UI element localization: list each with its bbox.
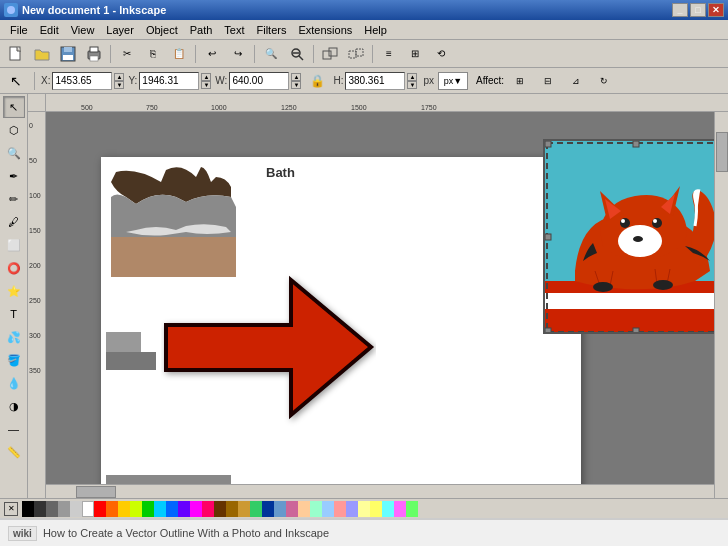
color-orange[interactable] [106,501,118,517]
menu-file[interactable]: File [4,22,34,38]
color-silver[interactable] [70,501,82,517]
color-black[interactable] [22,501,34,517]
text-tool[interactable]: T [3,303,25,325]
color-gold[interactable] [238,501,250,517]
color-blue[interactable] [166,501,178,517]
right-scrollbar[interactable] [714,112,728,498]
color-gray[interactable] [46,501,58,517]
color-steel[interactable] [274,501,286,517]
paste-button[interactable]: 📋 [167,43,191,65]
save-button[interactable] [56,43,80,65]
color-magenta[interactable] [190,501,202,517]
group-button[interactable] [318,43,342,65]
x-input[interactable] [52,72,112,90]
color-darkgray[interactable] [34,501,46,517]
unit-dropdown[interactable]: px▼ [438,72,468,90]
cut-button[interactable]: ✂ [115,43,139,65]
close-button[interactable]: ✕ [708,3,724,17]
color-orchid[interactable] [394,501,406,517]
affect-pos[interactable]: ⊞ [508,70,532,92]
color-cream[interactable] [358,501,370,517]
color-mint[interactable] [310,501,322,517]
y-up[interactable]: ▲ [201,73,211,81]
color-purple[interactable] [178,501,190,517]
transform-button[interactable]: ⟲ [429,43,453,65]
color-sky[interactable] [322,501,334,517]
canvas-area[interactable]: 500 750 1000 1250 1500 1750 0 50 100 150… [28,94,728,498]
menu-view[interactable]: View [65,22,101,38]
minimize-button[interactable]: _ [672,3,688,17]
color-lime[interactable] [130,501,142,517]
undo-button[interactable]: ↩ [200,43,224,65]
color-white[interactable] [82,501,94,517]
affect-rotation[interactable]: ↻ [592,70,616,92]
star-tool[interactable]: ⭐ [3,280,25,302]
lock-ratio-button[interactable]: 🔒 [305,70,329,92]
color-cyan[interactable] [154,501,166,517]
print-button[interactable] [82,43,106,65]
redo-button[interactable]: ↪ [226,43,250,65]
color-lightcyan[interactable] [382,501,394,517]
select-tool-indicator[interactable]: ↖ [4,70,28,92]
bottom-scrollbar[interactable] [46,484,714,498]
color-pink[interactable] [202,501,214,517]
color-green[interactable] [142,501,154,517]
color-brown[interactable] [214,501,226,517]
select-tool[interactable]: ↖ [3,96,25,118]
pen-tool[interactable]: ✒ [3,165,25,187]
w-up[interactable]: ▲ [291,73,301,81]
node-tool[interactable]: ⬡ [3,119,25,141]
affect-size[interactable]: ⊟ [536,70,560,92]
y-down[interactable]: ▼ [201,81,211,89]
open-button[interactable] [30,43,54,65]
x-up[interactable]: ▲ [114,73,124,81]
color-lavender[interactable] [346,501,358,517]
color-tan[interactable] [226,501,238,517]
pencil-tool[interactable]: ✏ [3,188,25,210]
dropper-tool[interactable]: 💧 [3,372,25,394]
fill-tool[interactable]: 🪣 [3,349,25,371]
w-input[interactable] [229,72,289,90]
gradient-tool[interactable]: ◑ [3,395,25,417]
color-lightyellow[interactable] [370,501,382,517]
distribute-button[interactable]: ⊞ [403,43,427,65]
menu-edit[interactable]: Edit [34,22,65,38]
menu-help[interactable]: Help [358,22,393,38]
zoom-in-button[interactable]: 🔍 [259,43,283,65]
circle-tool[interactable]: ⭕ [3,257,25,279]
color-peach[interactable] [298,501,310,517]
maximize-button[interactable]: □ [690,3,706,17]
h-input[interactable] [345,72,405,90]
y-input[interactable] [139,72,199,90]
affect-skew[interactable]: ⊿ [564,70,588,92]
connector-tool[interactable]: — [3,418,25,440]
align-button[interactable]: ≡ [377,43,401,65]
rect-tool[interactable]: ⬜ [3,234,25,256]
zoom-tool[interactable]: 🔍 [3,142,25,164]
color-yellow[interactable] [118,501,130,517]
new-button[interactable] [4,43,28,65]
menu-text[interactable]: Text [218,22,250,38]
menu-filters[interactable]: Filters [251,22,293,38]
spray-tool[interactable]: 💦 [3,326,25,348]
menu-object[interactable]: Object [140,22,184,38]
w-down[interactable]: ▼ [291,81,301,89]
zoom-out-button[interactable] [285,43,309,65]
no-color-swatch[interactable]: ✕ [4,502,18,516]
color-mauve[interactable] [286,501,298,517]
ungroup-button[interactable] [344,43,368,65]
color-teal[interactable] [250,501,262,517]
menu-extensions[interactable]: Extensions [292,22,358,38]
x-down[interactable]: ▼ [114,81,124,89]
canvas-background[interactable]: Bath [46,112,728,498]
color-salmon[interactable] [334,501,346,517]
h-scroll-thumb[interactable] [76,486,116,498]
scroll-thumb[interactable] [716,132,728,172]
color-lightgreen[interactable] [406,501,418,517]
measure-tool[interactable]: 📏 [3,441,25,463]
menu-layer[interactable]: Layer [100,22,140,38]
color-navy[interactable] [262,501,274,517]
h-up[interactable]: ▲ [407,73,417,81]
color-lightgray[interactable] [58,501,70,517]
copy-button[interactable]: ⎘ [141,43,165,65]
